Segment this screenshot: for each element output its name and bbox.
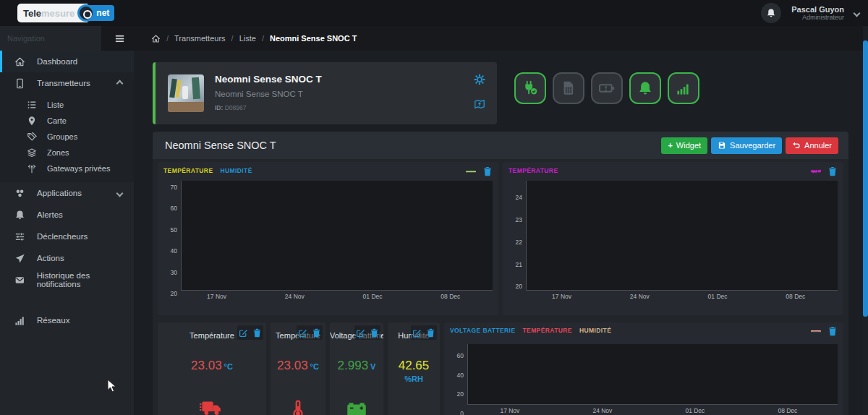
logo-text-mesure: mesure [41,8,75,19]
scrollbar-thumb[interactable] [863,40,868,317]
sidebar-toggle-button[interactable] [114,32,125,45]
dashboard-panel: Neomni Sense SNOC T +Widget Sauvegarder … [153,132,848,415]
device-id: ID: D08967 [215,104,247,111]
map-pin-icon [27,116,37,126]
power-status-button[interactable] [514,72,546,104]
edit-widget-button[interactable] [811,324,821,337]
home-icon[interactable] [151,34,161,43]
delete-widget-button[interactable] [482,164,493,177]
y-axis-labels: 203040506070 [161,181,181,302]
app-logo[interactable]: Telemesure net [17,4,114,22]
scrollbar-track [863,26,868,415]
y-axis-labels: 0204060 [447,344,467,415]
chart-legend: TEMPÉRATURE [509,167,558,174]
trash-icon [827,166,838,176]
x-axis-labels: 17 Nov24 Nov01 Dec08 Dec [181,291,493,302]
battery-icon [346,401,367,415]
chart-legend: VOLTAGE BATTERIETEMPÉRATUREHUMIDITÉ [450,327,611,334]
mouse-cursor [107,379,117,393]
device-map-button[interactable] [474,97,485,110]
sidebar-item-reseaux[interactable]: Réseaux [0,309,134,331]
delete-widget-button[interactable] [312,326,321,339]
widget-temperature-1: Température 23.03°C [158,322,266,415]
edit-widget-button[interactable] [298,326,307,339]
edit-widget-button[interactable] [239,326,248,339]
widget-temperature-2: Température 23.03°C [271,322,326,415]
home-icon [14,56,25,67]
layers-icon [27,147,37,158]
widget-unit: %RH [388,375,440,383]
panel-header: Neomni Sense SNOC T +Widget Sauvegarder … [153,132,848,159]
chart-plot [526,181,838,291]
sidebar-item-carte[interactable]: Carte [0,113,134,129]
edit-icon [356,328,365,338]
alerts-status-button[interactable] [629,72,661,104]
panel-title: Neomni Sense SNOC T [165,140,276,151]
legend-item: TEMPÉRATURE [509,167,558,174]
breadcrumb-transmetteurs[interactable]: Transmetteurs [174,34,226,43]
sidebar-item-zones[interactable]: Zones [0,145,134,161]
sliders-icon [14,231,25,242]
sidebar-item-gateways-privees[interactable]: Gateways privées [0,161,134,176]
device-title: Neomni Sense SNOC T [215,74,322,85]
cancel-button[interactable]: Annuler [786,137,838,154]
widget-humidite: Humidité 42.65%RH [388,322,440,415]
edit-icon [412,328,422,338]
device-settings-button[interactable] [474,72,485,85]
battery-alert-status-button[interactable] [591,72,623,104]
delete-widget-button[interactable] [426,326,435,339]
sidebar-item-dashboard[interactable]: Dashboard [0,51,134,72]
sidebar-item-actions[interactable]: Actions [0,247,134,269]
sim-status-button[interactable] [553,72,584,104]
notifications-button[interactable] [761,3,781,23]
save-button[interactable]: Sauvegarder [711,137,782,154]
trash-icon [827,326,838,336]
breadcrumb-liste[interactable]: Liste [239,34,256,43]
sidebar-item-declencheurs[interactable]: Déclencheurs [0,226,134,247]
chart-voltage-temperature-humidity: VOLTAGE BATTERIETEMPÉRATUREHUMIDITÉ 0204… [444,322,843,415]
trash-icon [370,328,379,338]
list-icon [27,100,37,110]
transmitter-icon [14,78,25,89]
signal-status-button[interactable] [668,72,699,104]
apps-icon [14,188,25,199]
undo-icon [792,141,801,150]
save-icon [718,141,726,150]
widget-value: 23.03 [191,359,222,372]
gear-icon [474,74,485,85]
device-card: Neomni Sense SNOC T Neomni Sense SNOC T … [153,62,497,124]
trash-icon [252,328,262,338]
sidebar-item-groupes[interactable]: Groupes [0,129,134,145]
sidebar-item-liste[interactable]: Liste [0,97,134,113]
trash-icon [312,328,321,338]
edit-widget-button[interactable] [811,164,821,177]
bell-icon [637,80,653,96]
delete-widget-button[interactable] [827,164,838,177]
delete-widget-button[interactable] [370,326,379,339]
map-icon [474,98,485,110]
chevron-down-icon [116,190,124,197]
top-bar: Telemesure net Pascal Guyon Administrate… [0,0,868,26]
user-area: Pascal Guyon Administrateur [761,0,859,26]
delete-widget-button[interactable] [252,326,262,339]
sidebar-item-applications[interactable]: Applications [0,182,134,204]
widget-unit: °C [224,362,233,371]
trash-icon [482,166,493,176]
chart-plot [181,181,493,291]
tags-icon [27,132,37,142]
delete-widget-button[interactable] [827,324,838,337]
send-icon [14,253,25,264]
user-menu-chevron-icon[interactable] [854,9,861,17]
widget-voltage-batterie: Voltage batterie 2.993V [330,322,383,415]
edit-widget-button[interactable] [466,164,476,177]
add-widget-button[interactable]: +Widget [661,137,707,154]
envelope-icon [14,275,25,286]
sidebar-item-historique-notifications[interactable]: Historique des notifications [0,269,134,291]
telemesure-dashboard: Telemesure net Pascal Guyon Administrate… [0,0,868,415]
bell-icon [766,8,776,18]
sidebar-item-transmetteurs[interactable]: Transmetteurs [0,72,134,94]
edit-widget-button[interactable] [356,326,365,339]
breadcrumb-bar: / Transmetteurs / Liste / Neomni Sense S… [101,26,868,51]
sidebar-item-alertes[interactable]: Alertes [0,204,134,226]
edit-widget-button[interactable] [412,326,422,339]
